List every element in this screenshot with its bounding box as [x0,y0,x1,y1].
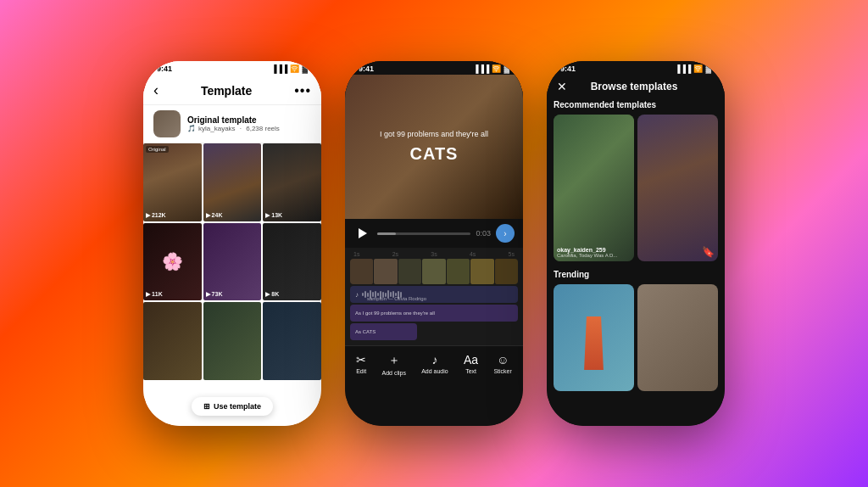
timeline-ruler: 1s 2s 3s 4s 5s [350,251,518,259]
sticker-icon: ☺ [497,353,509,367]
back-button[interactable]: ‹ [153,81,159,99]
toolbar-sticker[interactable]: ☺ Sticker [493,353,511,376]
wifi-icon-m: 🛜 [492,64,501,73]
grid-item[interactable]: 🌸 ▶ 11K [143,223,202,301]
phone-left: 9:41 ▐▐▐ 🛜 ▓ ‹ Template ••• Original tem… [143,61,321,426]
status-bar-right: 9:41 ▐▐▐ 🛜 ▓ [547,61,725,75]
grid-item[interactable] [203,302,262,380]
timer-display: 0:03 [476,229,491,238]
battery-icon-r: ▓ [705,64,711,73]
play-icon [359,228,367,238]
item-count: ▶ 13K [265,212,282,219]
bottom-toolbar: ✂ Edit ＋ Add clips ♪ Add audio Aa Text ☺… [345,345,523,384]
toolbar-add-audio[interactable]: ♪ Add audio [421,353,448,376]
play-button[interactable] [353,224,372,243]
wifi-icon: 🛜 [290,64,299,73]
toolbar-edit[interactable]: ✂ Edit [356,353,366,376]
close-button[interactable]: ✕ [557,80,567,93]
audio-track-music[interactable]: ♪ sampton — Olivia Rodrigo [350,286,518,303]
signal-icon: ▐▐▐ [271,64,287,73]
right-phone-header: ✕ Browse templates [547,75,725,97]
reels-grid: Original ▶ 212K ▶ 24K ▶ 13K 🌸 ▶ 11K ▶ 73… [143,143,321,426]
status-icons-middle: ▐▐▐ 🛜 ▓ [473,64,509,73]
grid-item[interactable]: Original ▶ 212K [143,143,202,221]
use-template-button[interactable]: ⊞ Use template [192,397,273,416]
trending-card-1[interactable] [554,284,634,392]
template-info: Original template 🎵 kyla_kayaks · 6,238 … [187,115,311,132]
grid-item[interactable]: ▶ 13K [263,143,321,221]
timeline-bar[interactable] [377,232,470,235]
grid-item[interactable]: ▶ 8K [263,223,321,301]
recommended-grid: okay_kaiden_259 CaroMia, Today Was A D..… [554,115,718,261]
original-label: Original [146,146,169,153]
time-left: 9:41 [157,64,172,73]
sticker-label: Sticker [493,368,511,374]
item-count: ▶ 11K [146,291,163,298]
template-username: kyla_kayaks [198,125,236,132]
grid-item[interactable] [263,302,321,380]
bookmark-button[interactable]: 🔖 [702,246,715,258]
page-title: Template [201,84,252,98]
edit-label: Edit [356,368,366,374]
caption-text-2: As CATS [355,329,376,334]
time-middle: 9:41 [359,64,374,73]
video-overlay-text: I got 99 problems and they're all CATS [380,130,488,165]
browse-templates-title: Browse templates [591,81,678,92]
clip-segment [422,259,445,284]
toolbar-text[interactable]: Aa Text [464,353,478,376]
add-clips-icon: ＋ [388,353,400,368]
next-arrow-icon: › [504,229,506,238]
recommended-section-title: Recommended templates [554,100,718,109]
card-caption-1: CaroMia, Today Was A D... [557,253,631,258]
ruler-tick: 2s [392,251,398,257]
text-label: Text [465,368,476,374]
trending-grid [554,284,718,392]
caption-track-2[interactable]: As CATS [350,323,417,340]
trending-card-2[interactable] [637,284,718,392]
grid-item[interactable]: ▶ 24K [203,143,262,221]
grid-item[interactable] [143,302,202,380]
battery-icon-m: ▓ [504,64,509,73]
add-audio-label: Add audio [421,368,448,374]
audio-track-label: sampton — Olivia Rodrigo [367,296,426,301]
grid-row-2: 🌸 ▶ 11K ▶ 73K ▶ 8K [143,223,321,301]
video-preview: I got 99 problems and they're all CATS [345,75,523,219]
grid-row-3 [143,302,321,380]
card-info-1: okay_kaiden_259 CaroMia, Today Was A D..… [557,247,631,258]
video-caption-line2: CATS [380,144,488,164]
recommended-card-1[interactable]: okay_kaiden_259 CaroMia, Today Was A D..… [554,115,634,261]
next-button[interactable]: › [496,224,515,243]
text-icon: Aa [464,353,478,367]
clip-segment [350,259,373,284]
grid-row-1: Original ▶ 212K ▶ 24K ▶ 13K [143,143,321,221]
clip-segment [398,259,421,284]
clip-segment [495,259,518,284]
timeline-progress [377,232,396,235]
timeline-area: 1s 2s 3s 4s 5s ♪ [345,248,523,345]
right-content: Recommended templates okay_kaiden_259 Ca… [547,97,725,426]
item-count: ▶ 8K [265,291,279,298]
add-audio-icon: ♪ [431,353,437,367]
signal-icon-m: ▐▐▐ [473,64,489,73]
phone-right: 9:41 ▐▐▐ 🛜 ▓ ✕ Browse templates Recommen… [547,61,725,426]
time-right: 9:41 [560,64,576,73]
toolbar-add-clips[interactable]: ＋ Add clips [381,353,405,376]
menu-button[interactable]: ••• [294,83,311,98]
recommended-card-2[interactable]: 🔖 [637,115,718,261]
status-icons-right: ▐▐▐ 🛜 ▓ [675,64,711,73]
caption-track-1[interactable]: As I got 99 problems one they're all [350,305,518,322]
playback-controls: 0:03 › [345,219,523,248]
status-bar-left: 9:41 ▐▐▐ 🛜 ▓ [143,61,321,75]
clip-segment [470,259,493,284]
battery-icon: ▓ [302,64,308,73]
phone-middle: 9:41 ▐▐▐ 🛜 ▓ I got 99 problems and they'… [345,61,523,426]
original-template-row[interactable]: Original template 🎵 kyla_kayaks · 6,238 … [143,105,321,143]
grid-item[interactable]: ▶ 73K [203,223,262,301]
item-count: ▶ 24K [206,212,223,219]
flower-decoration: 🌸 [162,251,183,271]
reel-count: 6,238 reels [246,125,280,132]
ruler-tick: 1s [353,251,359,257]
add-clips-label: Add clips [381,370,405,376]
ruler-tick: 4s [470,251,476,257]
edit-icon: ✂ [356,353,366,367]
